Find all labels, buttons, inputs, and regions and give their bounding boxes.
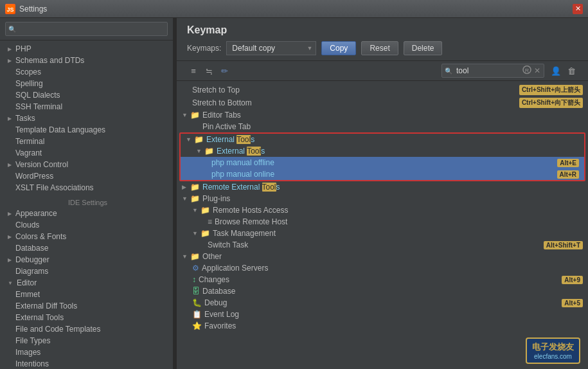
other-arrow: ▼: [182, 253, 188, 260]
debug-shortcut: Alt+5: [562, 299, 583, 307]
external-tools-sub-folder-icon: 📁: [204, 147, 214, 156]
watermark-text: 电子发烧友: [532, 341, 574, 353]
tree-php-offline[interactable]: php manual offline Alt+E: [181, 157, 584, 168]
remote-external-tools-folder-icon: 📁: [190, 183, 200, 192]
remote-hosts-folder-icon: 📁: [200, 206, 210, 215]
php-online-shortcut: Alt+R: [557, 170, 579, 179]
sidebar-item-version-control[interactable]: Version Control: [0, 159, 173, 170]
php-offline-shortcut: Alt+E: [557, 159, 579, 167]
app-servers-icon: ⚙: [192, 264, 199, 273]
sidebar-item-template-data[interactable]: Template Data Languages: [0, 124, 173, 136]
tree-external-tools-sub[interactable]: ▼ 📁 External Tools: [181, 145, 584, 157]
sidebar-item-spelling[interactable]: Spelling: [0, 78, 173, 89]
close-button[interactable]: ✕: [573, 4, 583, 14]
sidebar-item-sql-dialects[interactable]: SQL Dialects: [0, 89, 173, 101]
clear-search-icon[interactable]: ✕: [534, 66, 540, 75]
keymap-controls: Keymaps: Default copy Copy Reset Delete: [187, 41, 578, 55]
sidebar-item-diagrams[interactable]: Diagrams: [0, 266, 173, 277]
copy-button[interactable]: Copy: [321, 41, 356, 55]
debug-icon: 🐛: [192, 298, 202, 307]
plug-ins-folder-icon: 📁: [190, 194, 200, 203]
tree-external-tools-group[interactable]: ▼ 📁 External Tools: [181, 134, 584, 145]
tree-other[interactable]: ▼ 📁 Other: [177, 251, 588, 262]
sidebar-item-editor[interactable]: Editor: [0, 277, 173, 289]
sidebar-item-intentions[interactable]: Intentions: [0, 358, 173, 369]
sidebar-item-ssh-terminal[interactable]: SSH Terminal: [0, 101, 173, 113]
sidebar-item-emmet[interactable]: Emmet: [0, 289, 173, 300]
search-right-wrapper: ✕ R: [441, 64, 544, 78]
external-tools-group-arrow: ▼: [186, 136, 192, 143]
external-tools-sub-arrow: ▼: [196, 148, 202, 154]
sidebar-item-terminal[interactable]: Terminal: [0, 136, 173, 147]
sidebar-item-tasks[interactable]: Tasks: [0, 113, 173, 124]
external-tools-group-folder-icon: 📁: [194, 135, 204, 144]
sidebar-item-database[interactable]: Database: [0, 242, 173, 254]
sidebar-item-file-types[interactable]: File Types: [0, 335, 173, 346]
tree-remote-external-tools[interactable]: ▶ 📁 Remote External Tools: [177, 181, 588, 193]
tree-editor-tabs[interactable]: ▼ 📁 Editor Tabs: [177, 109, 588, 121]
tree-event-log[interactable]: 📋 Event Log: [177, 309, 588, 320]
tree-remote-hosts-access[interactable]: ▼ 📁 Remote Hosts Access: [177, 204, 588, 216]
tree-database-item[interactable]: 🗄 Database: [177, 285, 588, 297]
tree-switch-task[interactable]: Switch Task Alt+Shift+T: [177, 239, 588, 251]
ide-settings-header: IDE Settings: [0, 196, 173, 208]
reset-button[interactable]: Reset: [361, 41, 398, 55]
sidebar-tree: PHP Schemas and DTDs Scopes Spelling SQL…: [0, 40, 173, 369]
content-header: Keymap Keymaps: Default copy Copy Reset …: [177, 18, 588, 61]
sidebar-item-external-diff[interactable]: External Diff Tools: [0, 300, 173, 312]
sidebar-item-scopes[interactable]: Scopes: [0, 66, 173, 78]
switch-task-shortcut: Alt+Shift+T: [544, 241, 583, 249]
user-icon[interactable]: 👤: [549, 64, 562, 77]
watermark: 电子发烧友 elecfans.com: [526, 338, 580, 364]
sidebar-item-debugger[interactable]: Debugger: [0, 254, 173, 266]
edit-icon[interactable]: ✏: [218, 64, 231, 77]
sidebar-item-clouds[interactable]: Clouds: [0, 219, 173, 231]
sidebar-item-images[interactable]: Images: [0, 346, 173, 358]
task-management-arrow: ▼: [192, 230, 199, 237]
sidebar-item-schemas[interactable]: Schemas and DTDs: [0, 55, 173, 66]
tree-application-servers[interactable]: ⚙ Application Servers: [177, 262, 588, 274]
sidebar-search-input[interactable]: [5, 22, 168, 36]
page-title: Keymap: [187, 24, 578, 36]
sidebar-item-wordpress[interactable]: WordPress: [0, 170, 173, 182]
collapse-all-icon[interactable]: ≒: [202, 64, 215, 77]
keymaps-label: Keymaps:: [187, 44, 221, 53]
tree-stretch-top[interactable]: Stretch to Top Ctrl+Shift+向上箭头: [177, 84, 588, 96]
tree-task-management[interactable]: ▼ 📁 Task Management: [177, 228, 588, 239]
tree-stretch-bottom[interactable]: Stretch to Bottom Ctrl+Shift+向下箭头: [177, 96, 588, 109]
plug-ins-arrow: ▼: [182, 195, 188, 202]
sidebar-item-appearance[interactable]: Appearance: [0, 208, 173, 219]
changes-icon: ↕: [192, 275, 196, 284]
sidebar-item-external-tools[interactable]: External Tools: [0, 312, 173, 323]
other-folder-icon: 📁: [190, 252, 200, 261]
task-management-folder-icon: 📁: [200, 229, 210, 238]
editor-tabs-arrow: ▼: [182, 112, 188, 118]
svg-text:JS: JS: [6, 6, 13, 13]
external-tools-red-border: ▼ 📁 External Tools ▼ 📁 External Tools ph…: [179, 132, 585, 181]
sidebar-item-php[interactable]: PHP: [0, 43, 173, 55]
tree-plug-ins[interactable]: ▼ 📁 Plug-ins: [177, 193, 588, 204]
sidebar-item-file-code-templates[interactable]: File and Code Templates: [0, 323, 173, 335]
tree-php-online[interactable]: php manual online Alt+R: [181, 168, 584, 180]
svg-text:R: R: [525, 68, 530, 74]
content-area: Keymap Keymaps: Default copy Copy Reset …: [177, 18, 588, 369]
tree-browse-remote-host[interactable]: ≡ Browse Remote Host: [177, 216, 588, 228]
sidebar-item-colors-fonts[interactable]: Colors & Fonts: [0, 231, 173, 242]
delete-button[interactable]: Delete: [404, 41, 443, 55]
search-options-icon[interactable]: R: [522, 66, 531, 76]
sidebar-search-box: [0, 18, 173, 40]
app-icon: JS: [5, 4, 15, 14]
trash-icon[interactable]: 🗑: [565, 64, 578, 77]
tree-debug[interactable]: 🐛 Debug Alt+5: [177, 297, 588, 309]
expand-all-icon[interactable]: ≡: [187, 64, 200, 77]
database-item-icon: 🗄: [192, 287, 200, 296]
remote-external-tools-arrow: ▶: [182, 184, 188, 190]
sidebar: PHP Schemas and DTDs Scopes Spelling SQL…: [0, 18, 174, 369]
keymaps-select[interactable]: Default copy: [226, 41, 316, 55]
tree-favorites[interactable]: ⭐ Favorites: [177, 320, 588, 332]
sidebar-item-vagrant[interactable]: Vagrant: [0, 147, 173, 159]
tree-changes[interactable]: ↕ Changes Alt+9: [177, 274, 588, 285]
sidebar-item-xslt[interactable]: XSLT File Associations: [0, 182, 173, 194]
content-tree: Stretch to Top Ctrl+Shift+向上箭头 Stretch t…: [177, 81, 588, 369]
tree-pin-active-tab[interactable]: Pin Active Tab: [177, 121, 588, 132]
